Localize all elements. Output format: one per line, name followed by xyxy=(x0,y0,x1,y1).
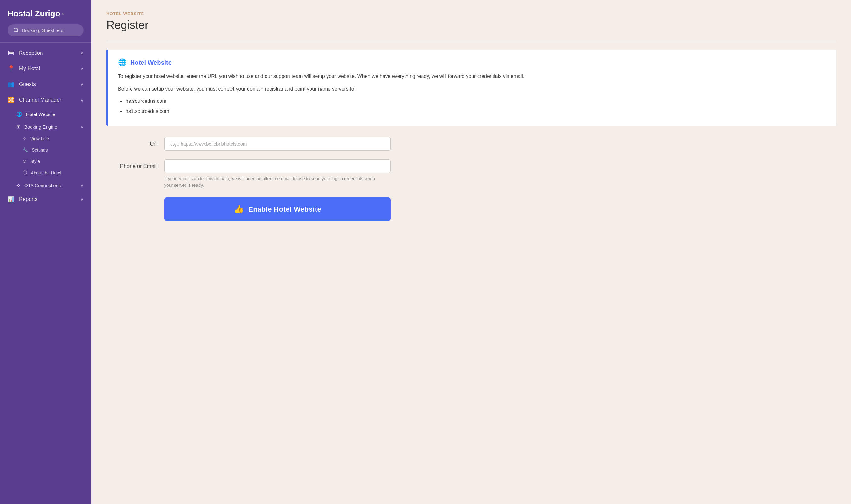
view-live-icon: ✧ xyxy=(23,136,26,141)
sidebar-item-guests[interactable]: 👥 Guests ∨ xyxy=(0,76,91,92)
guests-icon: 👥 xyxy=(7,81,15,88)
my-hotel-chevron: ∨ xyxy=(81,66,84,71)
guests-chevron: ∨ xyxy=(81,82,84,87)
main-content: Hotel Website Register 🌐 Hotel Website T… xyxy=(91,0,851,504)
dns-item-1: ns.sourcedns.com xyxy=(125,97,826,105)
enable-button-label: Enable Hotel Website xyxy=(248,205,321,214)
hotel-dropdown-chevron: › xyxy=(62,11,64,17)
hotel-name[interactable]: Hostal Zurigo › xyxy=(7,9,84,19)
sidebar-item-about-hotel[interactable]: ⓘ About the Hotel xyxy=(6,167,91,179)
info-card: 🌐 Hotel Website To register your hotel w… xyxy=(106,50,836,126)
search-icon xyxy=(13,28,19,33)
hotel-website-globe-icon: 🌐 xyxy=(16,111,22,117)
svg-point-0 xyxy=(14,28,18,32)
sidebar-item-style[interactable]: ◎ Style xyxy=(6,156,91,167)
phone-email-form-row: Phone or Email If your email is under th… xyxy=(106,159,836,188)
enable-hotel-website-button[interactable]: 👍 Enable Hotel Website xyxy=(164,197,391,221)
url-form-control xyxy=(164,137,391,150)
sidebar-item-label: View Live xyxy=(30,136,49,141)
phone-email-input[interactable] xyxy=(164,159,391,173)
channel-manager-subnav: 🌐 Hotel Website ⊞ Booking Engine ∧ ✧ Vie… xyxy=(0,108,91,192)
info-para1: To register your hotel website, enter th… xyxy=(118,72,826,80)
ota-icon: ⊹ xyxy=(16,182,20,188)
sidebar-item-label: OTA Connections xyxy=(24,183,61,188)
sidebar-item-hotel-website[interactable]: 🌐 Hotel Website xyxy=(6,108,91,121)
sidebar-item-label: Hotel Website xyxy=(26,112,55,117)
dns-list: ns.sourcedns.com ns1.sourcedns.com xyxy=(118,97,826,115)
info-globe-icon: 🌐 xyxy=(118,58,126,67)
url-form-row: Url xyxy=(106,137,836,150)
sidebar-item-settings[interactable]: 🔧 Settings xyxy=(6,144,91,156)
sidebar-item-label: About the Hotel xyxy=(31,170,61,176)
style-icon: ◎ xyxy=(23,159,26,164)
info-card-body: To register your hotel website, enter th… xyxy=(118,72,826,115)
sidebar-item-view-live[interactable]: ✧ View Live xyxy=(6,133,91,144)
sidebar-item-label: Reports xyxy=(19,196,38,202)
info-card-title: 🌐 Hotel Website xyxy=(118,58,826,67)
search-placeholder: Booking, Guest, etc. xyxy=(22,28,65,33)
channel-manager-chevron: ∧ xyxy=(81,98,84,103)
sidebar-item-label: Booking Engine xyxy=(24,124,57,129)
divider xyxy=(106,40,836,41)
booking-engine-chevron: ∧ xyxy=(81,125,84,129)
channel-manager-icon: 🔀 xyxy=(7,96,15,104)
phone-email-label: Phone or Email xyxy=(106,159,157,169)
url-label: Url xyxy=(106,137,157,147)
sidebar-item-label: Guests xyxy=(19,81,36,87)
booking-engine-icon: ⊞ xyxy=(16,124,20,129)
search-bar[interactable]: Booking, Guest, etc. xyxy=(7,24,84,36)
sidebar-item-reception[interactable]: 🛏 Reception ∨ xyxy=(0,45,91,61)
nav-section: 🛏 Reception ∨ 📍 My Hotel ∨ 👥 Guests ∨ 🔀 xyxy=(0,43,91,210)
reception-icon: 🛏 xyxy=(7,50,15,56)
sidebar-item-my-hotel[interactable]: 📍 My Hotel ∨ xyxy=(0,61,91,76)
sidebar-item-label: Reception xyxy=(19,50,43,56)
phone-email-form-control: If your email is under this domain, we w… xyxy=(164,159,391,188)
sidebar: Hostal Zurigo › Booking, Guest, etc. 🛏 R… xyxy=(0,0,91,504)
settings-icon: 🔧 xyxy=(23,147,28,152)
dns-item-2: ns1.sourcedns.com xyxy=(125,107,826,115)
form-hint: If your email is under this domain, we w… xyxy=(164,176,378,188)
about-hotel-icon: ⓘ xyxy=(23,170,27,176)
sidebar-item-label: Settings xyxy=(32,147,48,152)
svg-line-1 xyxy=(17,31,18,32)
reception-chevron: ∨ xyxy=(81,51,84,55)
sidebar-item-ota-connections[interactable]: ⊹ OTA Connections ∨ xyxy=(6,179,91,192)
my-hotel-icon: 📍 xyxy=(7,65,15,72)
ota-chevron: ∨ xyxy=(81,183,84,188)
url-input[interactable] xyxy=(164,137,391,150)
reports-icon: 📊 xyxy=(7,196,15,203)
reports-chevron: ∨ xyxy=(81,197,84,202)
thumbs-up-icon: 👍 xyxy=(234,204,244,214)
sidebar-item-reports[interactable]: 📊 Reports ∨ xyxy=(0,192,91,207)
breadcrumb: Hotel Website xyxy=(106,11,836,16)
sidebar-item-label: My Hotel xyxy=(19,66,40,72)
sidebar-item-booking-engine[interactable]: ⊞ Booking Engine ∧ xyxy=(6,121,91,133)
info-para2: Before we can setup your website, you mu… xyxy=(118,85,826,93)
page-title: Register xyxy=(106,19,836,32)
sidebar-item-label: Style xyxy=(30,159,40,164)
sidebar-header: Hostal Zurigo › Booking, Guest, etc. xyxy=(0,0,91,43)
sidebar-item-channel-manager[interactable]: 🔀 Channel Manager ∧ xyxy=(0,92,91,108)
sidebar-item-label: Channel Manager xyxy=(19,97,61,103)
